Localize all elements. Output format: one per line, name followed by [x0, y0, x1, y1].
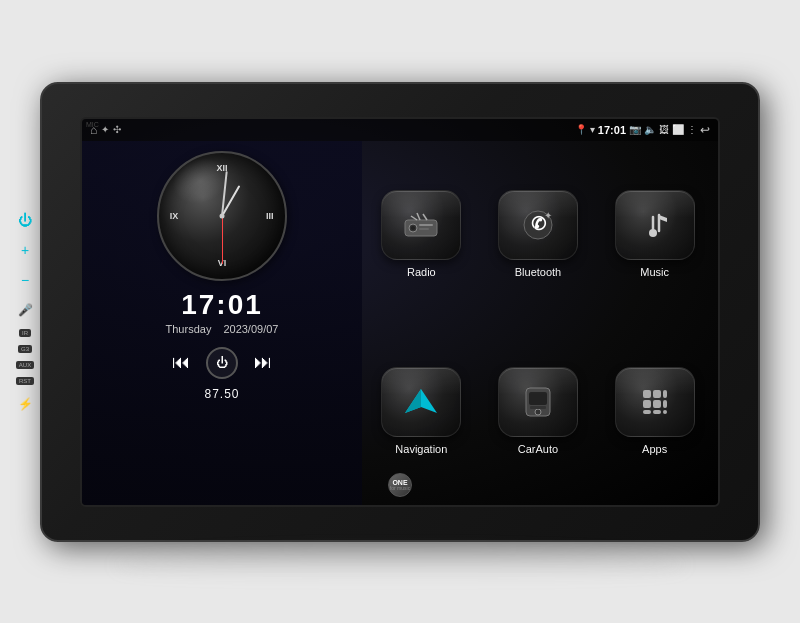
volume-up-button[interactable]: + — [14, 239, 36, 261]
usb-status-icon: ✣ — [113, 124, 121, 135]
rst-label[interactable]: RST — [16, 377, 34, 385]
analog-clock: XII III VI IX — [157, 151, 287, 281]
clock-center-dot — [220, 213, 225, 218]
right-panel: Radio ✆ ✦ Bluetooth — [358, 141, 718, 505]
music-app-icon — [615, 190, 695, 260]
navigation-app-label: Navigation — [395, 443, 447, 455]
app-item-apps[interactable]: Apps — [601, 328, 708, 495]
left-side-controls: ⏻ + − 🎤 IR G3 AUX RST ⚡ — [14, 209, 36, 415]
aux-label[interactable]: AUX — [16, 361, 34, 369]
svg-rect-21 — [643, 410, 651, 414]
ir-label[interactable]: IR — [19, 329, 31, 337]
svg-rect-12 — [529, 392, 547, 405]
home-icon[interactable]: ⌂ — [90, 123, 97, 137]
power-button[interactable]: ⏻ — [14, 209, 36, 231]
date-value: 2023/09/07 — [223, 323, 278, 335]
status-bar-left: ⌂ ✦ ✣ — [90, 123, 121, 137]
svg-text:✦: ✦ — [544, 210, 552, 221]
media-controls: ⏮ ⏻ ⏭ — [172, 347, 272, 379]
svg-rect-15 — [643, 390, 651, 398]
app-item-radio[interactable]: Radio — [368, 151, 475, 318]
digital-clock: 17:01 — [181, 289, 263, 321]
music-app-label: Music — [640, 266, 669, 278]
navigation-app-icon — [381, 367, 461, 437]
bluetooth-status-icon: ✦ — [101, 124, 109, 135]
clock-num-3: III — [266, 211, 274, 221]
apps-app-label: Apps — [642, 443, 667, 455]
wifi-icon: ▾ — [590, 124, 595, 135]
radio-app-icon — [381, 190, 461, 260]
next-track-button[interactable]: ⏭ — [254, 352, 272, 373]
svg-rect-23 — [663, 410, 667, 414]
volume-icon[interactable]: 🔈 — [644, 124, 656, 135]
svg-marker-10 — [405, 389, 421, 413]
clock-num-9: IX — [170, 211, 179, 221]
svg-rect-19 — [653, 400, 661, 408]
prev-track-button[interactable]: ⏮ — [172, 352, 190, 373]
date-display: Thursday 2023/09/07 — [166, 323, 279, 335]
svg-rect-20 — [663, 400, 667, 408]
app-item-music[interactable]: Music — [601, 151, 708, 318]
device-reflection — [114, 550, 687, 580]
menu-icon[interactable]: ⋮ — [687, 124, 697, 135]
svg-rect-4 — [419, 228, 429, 230]
svg-rect-14 — [530, 406, 546, 409]
g3-label[interactable]: G3 — [18, 345, 32, 353]
carauto-app-label: CarAuto — [518, 443, 558, 455]
svg-text:✆: ✆ — [530, 214, 546, 234]
media-power-button[interactable]: ⏻ — [206, 347, 238, 379]
camera-icon[interactable]: 📷 — [629, 124, 641, 135]
app-grid: Radio ✆ ✦ Bluetooth — [368, 151, 708, 495]
brand-logo: ONE for music — [388, 473, 412, 497]
day-of-week: Thursday — [166, 323, 212, 335]
logo-circle: ONE for music — [388, 473, 412, 497]
logo-text-line2: for music — [390, 486, 410, 491]
apps-app-icon — [615, 367, 695, 437]
svg-rect-18 — [643, 400, 651, 408]
app-item-carauto[interactable]: CarAuto — [485, 328, 592, 495]
svg-point-13 — [535, 409, 541, 415]
carauto-app-icon — [498, 367, 578, 437]
status-time: 17:01 — [598, 124, 626, 136]
app-item-navigation[interactable]: Navigation — [368, 328, 475, 495]
volume-down-button[interactable]: − — [14, 269, 36, 291]
mic-button[interactable]: 🎤 — [14, 299, 36, 321]
bluetooth-app-icon: ✆ ✦ — [498, 190, 578, 260]
svg-rect-16 — [653, 390, 661, 398]
location-icon: 📍 — [575, 124, 587, 135]
status-bar: ⌂ ✦ ✣ 📍 ▾ 17:01 📷 🔈 🖼 ⬜ ⋮ ↩ — [82, 119, 718, 141]
clock-face: XII III VI IX — [157, 151, 287, 281]
svg-rect-3 — [419, 224, 433, 226]
svg-rect-22 — [653, 410, 661, 414]
usb-icon: ⚡ — [14, 393, 36, 415]
car-stereo-device: ⏻ + − 🎤 IR G3 AUX RST ⚡ MIC ⌂ ✦ ✣ 📍 ▾ 17… — [40, 82, 760, 542]
screen-icon[interactable]: 🖼 — [659, 124, 669, 135]
left-panel: XII III VI IX 17:01 Thursday 2023/09/07 — [82, 141, 362, 505]
status-bar-right: 📍 ▾ 17:01 📷 🔈 🖼 ⬜ ⋮ ↩ — [575, 123, 710, 137]
back-icon[interactable]: ↩ — [700, 123, 710, 137]
bluetooth-app-label: Bluetooth — [515, 266, 561, 278]
app-item-bluetooth[interactable]: ✆ ✦ Bluetooth — [485, 151, 592, 318]
svg-rect-17 — [663, 390, 667, 398]
window-icon[interactable]: ⬜ — [672, 124, 684, 135]
second-hand — [222, 216, 223, 264]
radio-frequency: 87.50 — [204, 387, 239, 401]
radio-app-label: Radio — [407, 266, 436, 278]
main-screen: MIC ⌂ ✦ ✣ 📍 ▾ 17:01 📷 🔈 🖼 ⬜ ⋮ ↩ — [80, 117, 720, 507]
svg-point-2 — [411, 226, 415, 230]
